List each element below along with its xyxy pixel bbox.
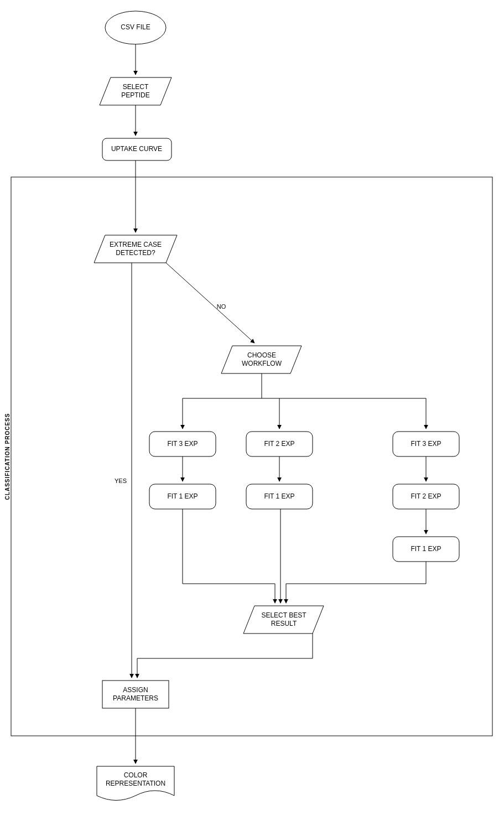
node-extreme-l2: DETECTED? [116, 249, 155, 257]
node-fit3a-label: FIT 3 EXP [167, 440, 198, 448]
node-csv-label: CSV FILE [121, 23, 150, 31]
node-assign-l2: PARAMETERS [113, 694, 158, 702]
node-extreme-l1: EXTREME CASE [110, 241, 162, 248]
edge-no-label: NO [217, 303, 226, 310]
node-uptake-label: UPTAKE CURVE [111, 145, 162, 153]
node-fit1a-label: FIT 1 EXP [167, 492, 198, 500]
node-fit2c-label: FIT 2 EXP [411, 492, 441, 500]
flowchart: CLASSIFICATION PROCESS CSV FILE SELECT P… [0, 0, 504, 836]
node-fit1b-label: FIT 1 EXP [264, 492, 294, 500]
node-best-l1: SELECT BEST [261, 611, 306, 619]
frame-label: CLASSIFICATION PROCESS [4, 413, 11, 500]
node-fit3c-label: FIT 3 EXP [411, 440, 441, 448]
node-fit1c-label: FIT 1 EXP [411, 545, 441, 553]
node-fit2a-label: FIT 2 EXP [264, 440, 294, 448]
node-color-l1: COLOR [124, 771, 148, 779]
edge-yes-label: YES [115, 477, 127, 484]
node-choose-l1: CHOOSE [247, 351, 276, 359]
node-assign-l1: ASSIGN [123, 686, 148, 694]
node-best-l2: RESULT [271, 620, 297, 627]
node-select-peptide-l1: SELECT [123, 83, 149, 91]
node-color-l2: REPRESENTATION [106, 780, 165, 787]
node-choose-l2: WORKFLOW [242, 360, 282, 367]
node-select-peptide-l2: PEPTIDE [121, 91, 149, 99]
